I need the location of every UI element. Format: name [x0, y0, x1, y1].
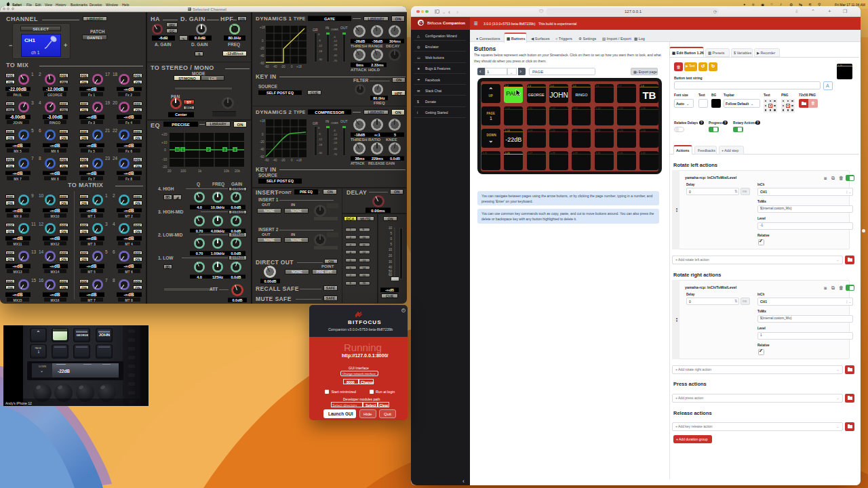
svg-text:-40: -40: [273, 159, 277, 162]
svg-text:+18: +18: [296, 159, 302, 162]
svg-text:+20: +20: [161, 132, 167, 136]
svg-text:-20: -20: [260, 140, 264, 144]
svg-text:H: H: [176, 148, 179, 152]
svg-text:0: 0: [164, 148, 166, 152]
svg-text:+18: +18: [296, 65, 302, 68]
svg-text:-20: -20: [260, 47, 264, 50]
svg-text:0: 0: [262, 133, 264, 136]
svg-text:-40: -40: [260, 54, 264, 58]
svg-text:1: 1: [182, 148, 184, 152]
svg-text:2: 2: [208, 148, 210, 152]
svg-text:0: 0: [262, 39, 264, 43]
svg-text:-20: -20: [281, 159, 285, 162]
svg-text:0: 0: [291, 65, 293, 68]
svg-text:-60: -60: [264, 159, 269, 162]
svg-text:3: 3: [224, 148, 226, 152]
svg-text:1k: 1k: [198, 169, 202, 173]
svg-text:-60: -60: [264, 65, 269, 68]
svg-text:-40: -40: [273, 65, 277, 68]
svg-text:+10: +10: [161, 140, 167, 144]
svg-text:-40: -40: [260, 148, 264, 151]
svg-text:0: 0: [291, 159, 293, 162]
svg-text:20k: 20k: [235, 169, 241, 173]
svg-text:10k: 10k: [224, 169, 230, 173]
svg-text:-20: -20: [162, 165, 167, 169]
svg-text:-20: -20: [281, 65, 285, 68]
svg-text:+18: +18: [260, 26, 265, 29]
svg-text:-10: -10: [162, 157, 167, 161]
svg-text:20: 20: [167, 169, 172, 173]
svg-text:100: 100: [180, 169, 186, 173]
svg-text:+18: +18: [260, 119, 265, 123]
